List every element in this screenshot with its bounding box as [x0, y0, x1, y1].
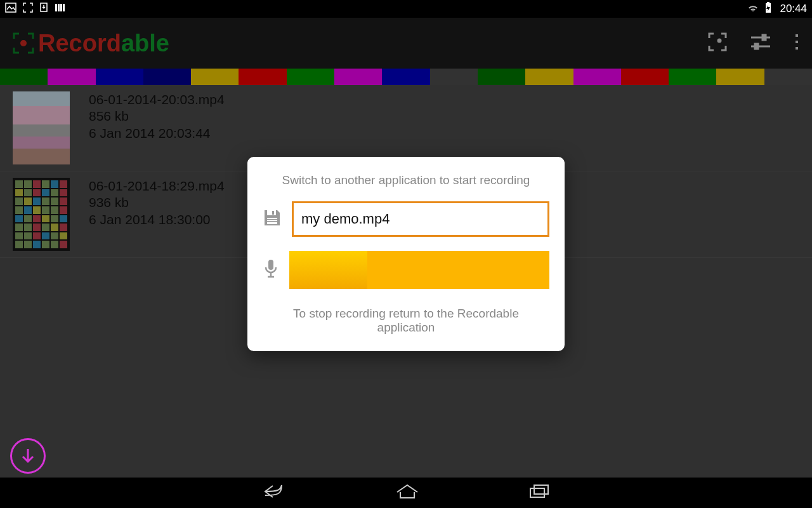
color-strip: [0, 69, 812, 85]
svg-rect-2: [55, 4, 57, 11]
filename-input[interactable]: [292, 201, 549, 237]
recording-size: 856 kb: [89, 108, 225, 124]
fullscreen-icon: [23, 3, 33, 15]
clock: 20:44: [780, 3, 807, 15]
recording-filename: 06-01-2014-18:29.mp4: [89, 178, 225, 194]
overflow-menu-button[interactable]: [794, 33, 799, 53]
recording-size: 936 kb: [89, 194, 225, 211]
svg-rect-13: [796, 41, 798, 43]
dialog-title: Switch to another application to start r…: [263, 173, 549, 187]
back-button[interactable]: [261, 482, 287, 504]
image-icon: [5, 3, 16, 15]
svg-rect-3: [58, 4, 60, 11]
download-small-icon: [39, 3, 48, 15]
svg-rect-19: [267, 221, 277, 222]
settings-sliders-button[interactable]: [750, 32, 771, 54]
recent-apps-button[interactable]: [528, 483, 551, 502]
bars-icon: [55, 3, 65, 15]
svg-point-9: [718, 39, 721, 42]
audio-level-bar: [289, 251, 549, 289]
wifi-icon: [747, 3, 759, 15]
recording-filename: 06-01-2014-20:03.mp4: [89, 91, 225, 108]
recording-thumbnail: [13, 91, 70, 164]
svg-rect-21: [530, 488, 544, 497]
svg-rect-15: [267, 210, 276, 215]
battery-icon: [764, 2, 772, 16]
save-icon: [263, 208, 282, 230]
recording-date: 6 Jan 2014 20:03:44: [89, 125, 225, 142]
microphone-icon: [263, 258, 279, 281]
svg-rect-18: [267, 219, 277, 220]
svg-point-8: [20, 40, 27, 46]
record-target-icon: [13, 32, 34, 54]
app-title: Recordable: [38, 30, 169, 57]
svg-rect-12: [796, 34, 798, 37]
svg-rect-5: [63, 4, 65, 11]
appbar: Recordable: [0, 18, 812, 69]
dialog-footer: To stop recording return to the Recordab…: [263, 307, 549, 335]
recording-date: 6 Jan 2014 18:30:00: [89, 211, 225, 228]
fullscreen-button[interactable]: [708, 32, 727, 54]
svg-rect-11: [755, 44, 758, 49]
download-badge[interactable]: [10, 438, 46, 474]
statusbar: 20:44: [0, 0, 812, 18]
svg-rect-4: [60, 4, 62, 11]
svg-rect-14: [796, 47, 798, 50]
svg-rect-16: [272, 211, 274, 215]
home-button[interactable]: [395, 483, 420, 502]
recording-dialog: Switch to another application to start r…: [247, 157, 565, 351]
navbar: [0, 478, 812, 508]
svg-rect-7: [767, 2, 769, 3]
svg-rect-22: [534, 485, 548, 494]
svg-rect-20: [268, 260, 273, 270]
recording-thumbnail: [13, 178, 70, 251]
svg-rect-10: [763, 35, 766, 40]
audio-level-fill: [289, 251, 367, 289]
app-logo: Recordable: [13, 30, 169, 57]
